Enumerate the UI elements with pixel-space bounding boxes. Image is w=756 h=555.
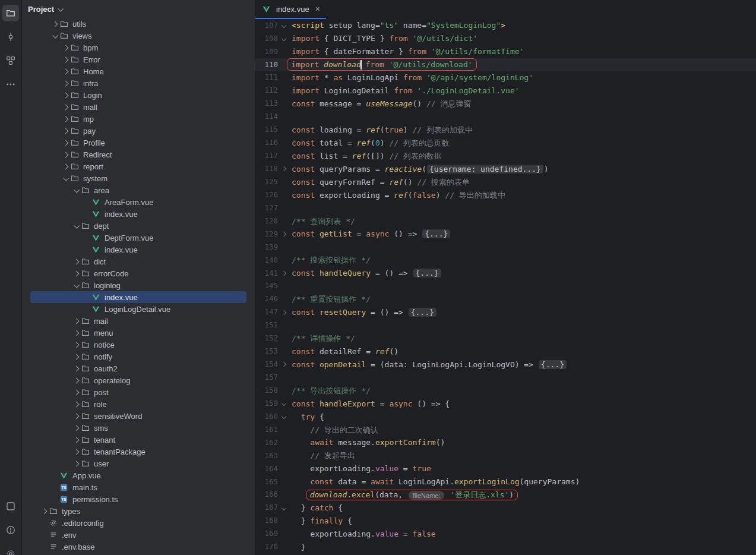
terminal-button[interactable]: [2, 498, 19, 515]
line-number[interactable]: 111: [255, 74, 278, 81]
line-number[interactable]: 115: [255, 126, 278, 134]
folded-code[interactable]: {...}: [539, 360, 567, 369]
code-line-152[interactable]: 152/** 详情操作 */: [255, 332, 756, 345]
line-number[interactable]: 147: [255, 308, 278, 316]
line-number[interactable]: 165: [255, 478, 278, 486]
line-number[interactable]: 170: [255, 543, 278, 551]
line-number[interactable]: 125: [255, 178, 278, 186]
tree-item-mall[interactable]: mall: [22, 101, 255, 113]
chevron-right-icon[interactable]: [60, 77, 71, 89]
chevron-down-icon[interactable]: [58, 5, 64, 11]
line-number[interactable]: 158: [255, 387, 278, 395]
code-line-151[interactable]: 151: [255, 319, 756, 332]
tree-item-index-vue[interactable]: index.vue: [22, 208, 255, 220]
line-number[interactable]: 167: [255, 504, 278, 512]
code-line-170[interactable]: 170 }: [255, 541, 756, 554]
code-line-111[interactable]: 111import * as LoginLogApi from '@/api/s…: [255, 71, 756, 84]
fold-down-icon[interactable]: [278, 415, 290, 418]
code-line-145[interactable]: 145: [255, 280, 756, 293]
tab-close-icon[interactable]: ×: [315, 5, 320, 13]
fold-right-icon[interactable]: [278, 311, 290, 314]
tree-item-bpm[interactable]: bpm: [22, 42, 255, 53]
tree-item-index-vue[interactable]: index.vue: [22, 291, 255, 303]
tree-item-dept[interactable]: dept: [22, 220, 255, 232]
code-editor[interactable]: 107<script setup lang="ts" name="SystemL…: [255, 19, 756, 555]
fold-down-icon[interactable]: [278, 24, 290, 27]
tree-item-redirect[interactable]: Redirect: [22, 149, 255, 160]
chevron-right-icon[interactable]: [71, 446, 81, 458]
fold-right-icon[interactable]: [278, 272, 290, 275]
line-number[interactable]: 113: [255, 100, 278, 108]
tree-item-loginlog[interactable]: loginlog: [22, 279, 255, 291]
line-number[interactable]: 166: [255, 491, 278, 499]
chevron-right-icon[interactable]: [71, 386, 81, 398]
tree-item-report[interactable]: report: [22, 160, 255, 172]
fold-right-icon[interactable]: [278, 362, 290, 366]
tree-item-mail[interactable]: mail: [22, 315, 255, 327]
tree-item-utils[interactable]: utils: [22, 18, 255, 30]
line-number[interactable]: 145: [255, 282, 278, 290]
chevron-right-icon[interactable]: [60, 149, 71, 160]
tree-item-role[interactable]: role: [22, 398, 255, 410]
tree-item-errorcode[interactable]: errorCode: [22, 267, 255, 279]
problems-button[interactable]: [2, 522, 19, 538]
chevron-down-icon[interactable]: [49, 30, 60, 42]
code-line-139[interactable]: 139: [255, 241, 756, 254]
chevron-right-icon[interactable]: [60, 113, 71, 125]
tree-item-sms[interactable]: sms: [22, 422, 255, 434]
chevron-right-icon[interactable]: [71, 422, 81, 434]
line-number[interactable]: 117: [255, 152, 278, 160]
tree-item-pay[interactable]: pay: [22, 125, 255, 137]
tree-item-error[interactable]: Error: [22, 53, 255, 65]
code-line-127[interactable]: 127: [255, 201, 756, 215]
tree-item-permission-ts[interactable]: TSpermission.ts: [22, 493, 255, 505]
chevron-right-icon[interactable]: [60, 101, 71, 113]
line-number[interactable]: 118: [255, 165, 278, 173]
tree-item--editorconfig[interactable]: .editorconfig: [22, 517, 255, 529]
line-number[interactable]: 157: [255, 374, 278, 381]
line-number[interactable]: 116: [255, 139, 278, 147]
code-line-117[interactable]: 117const list = ref([]) // 列表的数据: [255, 149, 756, 162]
tree-item-index-vue[interactable]: index.vue: [22, 244, 255, 256]
tree-item-views[interactable]: views: [22, 30, 255, 42]
commit-button[interactable]: [2, 29, 19, 45]
line-number[interactable]: 146: [255, 295, 278, 303]
chevron-right-icon[interactable]: [60, 42, 71, 53]
chevron-right-icon[interactable]: [49, 18, 60, 30]
code-line-164[interactable]: 164 exportLoading.value = true: [255, 462, 756, 475]
folded-code[interactable]: {...}: [413, 269, 441, 278]
folded-code[interactable]: {username: undefined...}: [427, 165, 543, 174]
code-line-169[interactable]: 169 exportLoading.value = false: [255, 528, 756, 541]
chevron-right-icon[interactable]: [71, 315, 81, 327]
tree-item-app-vue[interactable]: App.vue: [22, 469, 255, 481]
chevron-right-icon[interactable]: [60, 89, 71, 101]
line-number[interactable]: 112: [255, 87, 278, 94]
tree-item-infra[interactable]: infra: [22, 77, 255, 89]
code-line-109[interactable]: 109import { dateFormatter } from '@/util…: [255, 45, 756, 58]
tree-item-menu[interactable]: menu: [22, 327, 255, 339]
chevron-right-icon[interactable]: [60, 137, 71, 149]
code-line-113[interactable]: 113const message = useMessage() // 消息弹窗: [255, 97, 756, 111]
chevron-right-icon[interactable]: [60, 65, 71, 77]
tree-item-profile[interactable]: Profile: [22, 137, 255, 149]
line-number[interactable]: 154: [255, 361, 278, 368]
code-line-167[interactable]: 167 } catch {: [255, 502, 756, 515]
code-line-160[interactable]: 160 try {: [255, 410, 756, 423]
chevron-right-icon[interactable]: [71, 267, 81, 279]
chevron-right-icon[interactable]: [39, 505, 49, 517]
code-line-140[interactable]: 140/** 搜索按钮操作 */: [255, 254, 756, 267]
chevron-right-icon[interactable]: [60, 53, 71, 65]
tree-item-user[interactable]: user: [22, 458, 255, 469]
tree-item-post[interactable]: post: [22, 386, 255, 398]
code-line-163[interactable]: 163 // 发起导出: [255, 449, 756, 462]
line-number[interactable]: 152: [255, 335, 278, 342]
code-line-110[interactable]: 110import download from '@/utils/downloa…: [255, 58, 756, 71]
fold-down-icon[interactable]: [278, 37, 290, 40]
chevron-right-icon[interactable]: [71, 434, 81, 446]
code-line-162[interactable]: 162 await message.exportConfirm(): [255, 436, 756, 449]
chevron-right-icon[interactable]: [60, 125, 71, 137]
code-line-154[interactable]: 154const openDetail = (data: LoginLogApi…: [255, 358, 756, 371]
code-line-165[interactable]: 165 const data = await LoginLogApi.expor…: [255, 475, 756, 488]
tree-item--env-base[interactable]: .env.base: [22, 541, 255, 553]
line-number[interactable]: 164: [255, 465, 278, 473]
